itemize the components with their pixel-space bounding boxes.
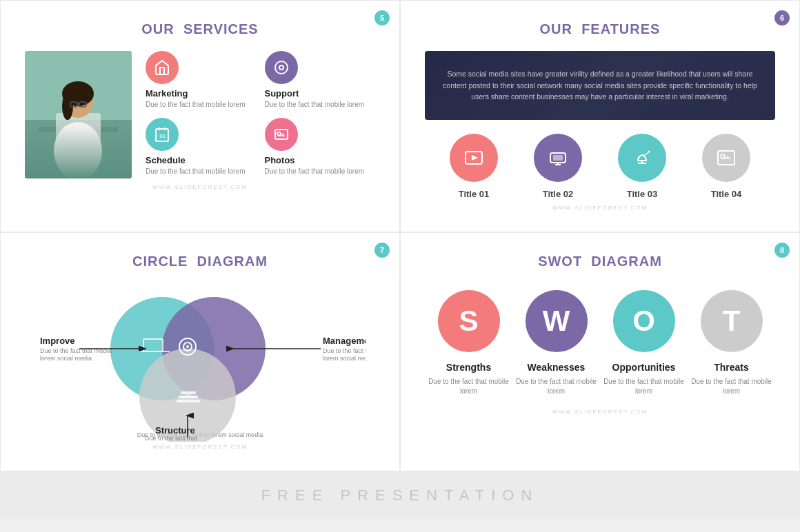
title-accent-2: FEATURES: [581, 21, 660, 37]
slide-our-features: 6 OUR FEATURES Some social media sites h…: [400, 0, 800, 232]
svg-rect-2: [39, 127, 118, 132]
watermark-2: WWW.SLIDEFOREST.COM: [425, 205, 775, 211]
swot-desc-t: Due to the fact that mobile lorem: [690, 377, 773, 396]
services-image: [25, 51, 132, 178]
slide-title-services: OUR SERVICES: [25, 21, 375, 37]
swot-content: S Strengths Due to the fact that mobile …: [425, 283, 775, 403]
feature-icon-04: [702, 134, 750, 182]
service-photos: Photos Due to the fact that mobile lorem: [265, 118, 376, 176]
svg-rect-39: [181, 391, 196, 394]
person-illustration: [25, 51, 132, 178]
watermark-1: WWW.SLIDEFOREST.COM: [25, 184, 375, 190]
swot-desc-o: Due to the fact that mobile lorem: [603, 377, 686, 396]
swot-title-o: Opportunities: [603, 362, 686, 373]
swot-weaknesses: W Weaknesses Due to the fact that mobile…: [515, 290, 598, 396]
circle-diagram-wrapper: Improve Due to the fact that mobile lore…: [25, 283, 375, 442]
photos-desc: Due to the fact that mobile lorem: [265, 167, 376, 176]
title-accent-1: SERVICES: [183, 21, 259, 37]
svg-point-7: [62, 92, 73, 120]
svg-rect-23: [553, 155, 563, 161]
feature-title01: Title 01: [450, 134, 498, 199]
title-plain-2: OUR: [540, 21, 572, 37]
feature-title-02: Title 02: [534, 189, 582, 199]
feature-title02: Title 02: [534, 134, 582, 199]
slide-number-5: 5: [374, 10, 390, 25]
svg-marker-21: [472, 155, 478, 161]
swot-desc-w: Due to the fact that mobile lorem: [515, 377, 598, 396]
marketing-icon: [146, 51, 179, 84]
schedule-name: Schedule: [146, 155, 257, 165]
svg-text:Structure: Structure: [155, 425, 195, 436]
title-plain-4: SWOT: [538, 254, 582, 269]
title-accent-4: DIAGRAM: [591, 254, 662, 269]
watermark-4: WWW.SLIDEFOREST.COM: [425, 409, 775, 415]
title-accent-3: DIAGRAM: [197, 254, 268, 269]
service-marketing: Marketing Due to the fact that mobile lo…: [146, 51, 257, 110]
slide-title-features: OUR FEATURES: [425, 21, 775, 37]
svg-text:lorem social media: lorem social media: [40, 355, 92, 362]
svg-point-13: [279, 65, 283, 70]
feature-icon-02: [534, 134, 582, 182]
features-icons: Title 01 Title 02: [425, 134, 775, 199]
bottom-banner: FREE PRESENTATION: [0, 471, 800, 520]
photos-name: Photos: [265, 155, 376, 165]
svg-text:31: 31: [159, 133, 166, 139]
svg-point-11: [59, 125, 97, 156]
slide-swot-diagram: 8 SWOT DIAGRAM S Strengths Due to the fa…: [400, 232, 800, 471]
venn-diagram-svg: Improve Due to the fact that mobile lore…: [34, 283, 366, 442]
slide-title-circle: CIRCLE DIAGRAM: [25, 254, 375, 269]
swot-circle-s: S: [438, 290, 500, 352]
slide-number-7: 7: [374, 243, 390, 258]
svg-point-12: [275, 61, 288, 74]
svg-text:Due to the fact that mobile: Due to the fact that mobile: [40, 347, 112, 354]
support-desc: Due to the fact that mobile lorem: [265, 100, 376, 110]
watermark-3: WWW.SLIDEFOREST.COM: [25, 444, 375, 450]
feature-title-03: Title 03: [618, 189, 666, 199]
photos-icon: [265, 118, 298, 151]
feature-title04: Title 04: [702, 134, 750, 199]
marketing-desc: Due to the fact that mobile lorem: [146, 100, 257, 110]
slide-our-services: 5 OUR SERVICES: [0, 0, 400, 232]
svg-point-4: [54, 122, 102, 178]
svg-text:Management: Management: [323, 336, 366, 346]
services-content: Marketing Due to the fact that mobile lo…: [25, 51, 375, 178]
swot-circle-w: W: [526, 290, 588, 352]
swot-threats: T Threats Due to the fact that mobile lo…: [690, 290, 773, 396]
support-name: Support: [265, 88, 376, 99]
main-grid: 5 OUR SERVICES: [0, 0, 800, 520]
title-plain-1: OUR: [141, 21, 174, 37]
svg-text:Due to the fact that: Due to the fact that: [145, 435, 198, 442]
swot-title-s: Strengths: [428, 362, 510, 373]
feature-title-01: Title 01: [450, 189, 498, 199]
svg-text:Improve: Improve: [40, 336, 75, 346]
service-schedule: 31 Schedule Due to the fact that mobile …: [146, 118, 257, 176]
support-icon: [265, 51, 298, 84]
swot-title-t: Threats: [690, 362, 773, 373]
svg-point-28: [648, 151, 650, 153]
swot-desc-s: Due to the fact that mobile lorem: [428, 377, 510, 396]
slide-number-6: 6: [774, 10, 790, 25]
schedule-desc: Due to the fact that mobile lorem: [146, 167, 257, 176]
slide-title-swot: SWOT DIAGRAM: [425, 254, 775, 269]
svg-text:lorem social media: lorem social media: [323, 355, 366, 362]
svg-rect-41: [177, 400, 200, 402]
swot-strengths: S Strengths Due to the fact that mobile …: [428, 290, 510, 396]
swot-circle-o: O: [613, 290, 675, 352]
schedule-icon: 31: [146, 118, 179, 151]
svg-rect-40: [179, 396, 198, 398]
title-plain-3: CIRCLE: [132, 254, 188, 269]
swot-title-w: Weaknesses: [515, 362, 598, 373]
slide-number-8: 8: [774, 243, 790, 258]
feature-icon-03: [618, 134, 666, 182]
svg-text:Due to the fact that mobile: Due to the fact that mobile: [323, 347, 366, 354]
svg-rect-1: [25, 120, 132, 178]
services-grid: Marketing Due to the fact that mobile lo…: [146, 51, 375, 176]
marketing-name: Marketing: [146, 88, 257, 99]
feature-icon-01: [450, 134, 498, 182]
features-banner: Some social media sites have greater vir…: [425, 51, 775, 120]
swot-circle-t: T: [701, 290, 763, 352]
slide-circle-diagram: 7 CIRCLE DIAGRAM: [0, 232, 400, 471]
service-support: Support Due to the fact that mobile lore…: [265, 51, 376, 110]
features-banner-text: Some social media sites have greater vir…: [439, 68, 761, 103]
feature-title-04: Title 04: [702, 189, 750, 199]
